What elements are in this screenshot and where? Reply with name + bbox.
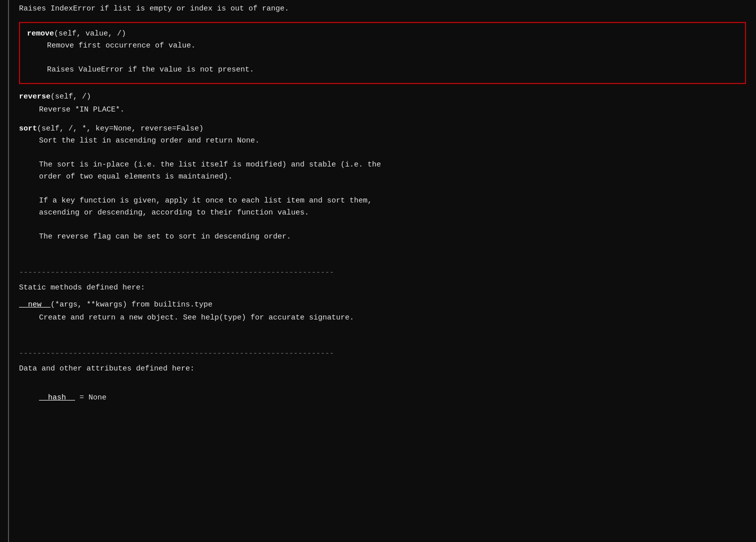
separator1: ----------------------------------------…	[19, 267, 748, 279]
sort-desc2b: order of two equal elements is maintaine…	[19, 171, 748, 183]
sort-desc3: If a key function is given, apply it onc…	[19, 195, 748, 207]
remove-block: remove(self, value, /) Remove first occu…	[19, 22, 746, 84]
reverse-name: reverse	[19, 92, 50, 101]
sort-desc3b: ascending or descending, according to th…	[19, 207, 748, 219]
empty-line-7	[19, 380, 748, 392]
sort-desc2: The sort is in-place (i.e. the list itse…	[19, 159, 748, 171]
content-area: Raises IndexError if list is empty or in…	[9, 0, 756, 542]
remove-name: remove	[27, 30, 54, 38]
new-args: (*args, **kwargs) from builtins.type	[50, 300, 212, 309]
empty-line-4	[19, 219, 748, 231]
empty-line-2	[19, 147, 748, 159]
static-header: Static methods defined here:	[19, 282, 748, 294]
hash-line: __hash__ = None	[19, 392, 748, 404]
remove-signature: remove(self, value, /)	[27, 28, 738, 40]
separator2: ----------------------------------------…	[19, 348, 748, 360]
reverse-desc1: Reverse *IN PLACE*.	[19, 104, 748, 116]
reverse-args: (self, /)	[50, 92, 91, 101]
sort-name: sort	[19, 124, 37, 133]
new-name: __new__	[19, 300, 50, 309]
remove-desc1: Remove first occurrence of value.	[27, 40, 738, 52]
hash-rest: = None	[75, 394, 106, 402]
hash-name: __hash__	[39, 394, 75, 402]
sort-desc1: Sort the list in ascending order and ret…	[19, 135, 748, 147]
sort-signature: sort(self, /, *, key=None, reverse=False…	[19, 123, 748, 135]
left-border	[0, 0, 9, 542]
terminal-container: Raises IndexError if list is empty or in…	[0, 0, 756, 542]
empty-line-1	[27, 52, 738, 64]
new-block: __new__(*args, **kwargs) from builtins.t…	[19, 299, 748, 324]
remove-args: (self, value, /)	[54, 30, 126, 38]
new-signature: __new__(*args, **kwargs) from builtins.t…	[19, 299, 748, 311]
empty-line-6	[19, 331, 748, 343]
new-desc1: Create and return a new object. See help…	[19, 312, 748, 324]
sort-desc4: The reverse flag can be set to sort in d…	[19, 231, 748, 243]
remove-desc2: Raises ValueError if the value is not pr…	[27, 64, 738, 76]
sort-block: sort(self, /, *, key=None, reverse=False…	[19, 123, 748, 243]
empty-line-3	[19, 183, 748, 195]
top-line: Raises IndexError if list is empty or in…	[19, 3, 748, 15]
data-header: Data and other attributes defined here:	[19, 363, 748, 375]
sort-args: (self, /, *, key=None, reverse=False)	[37, 124, 204, 133]
reverse-signature: reverse(self, /)	[19, 91, 748, 103]
empty-line-5	[19, 250, 748, 262]
reverse-block: reverse(self, /) Reverse *IN PLACE*.	[19, 91, 748, 116]
